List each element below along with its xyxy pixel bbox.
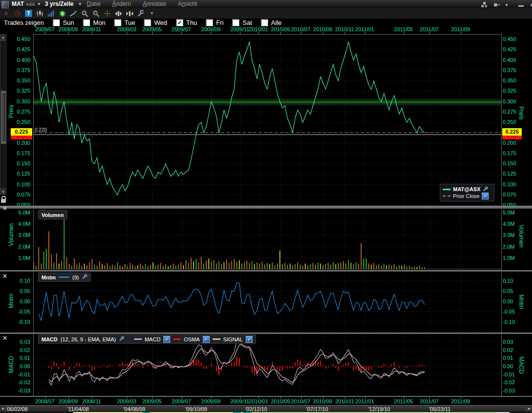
menu-annotate[interactable]: Annotate <box>143 0 166 7</box>
pin-icon[interactable] <box>493 1 501 9</box>
day-checkbox-mon[interactable] <box>83 19 90 26</box>
target-icon[interactable] <box>13 10 21 18</box>
settings-icon[interactable] <box>119 336 124 342</box>
lock-icon[interactable] <box>1 199 6 203</box>
exchange-label: ASX <box>26 2 35 7</box>
scrollbar-date: '04/08/09 <box>123 406 145 412</box>
scrollbar-date: 06/02/08 <box>7 406 28 412</box>
price-axis-tick: 0.425 <box>503 46 525 52</box>
day-item-sat: Sat <box>232 19 252 26</box>
menu-datei[interactable]: Datei <box>87 0 100 7</box>
crosshair-icon[interactable] <box>103 10 111 18</box>
date-tick-label: 2011/01 <box>350 398 379 404</box>
macd-params: (12, 26, 9 - EMA, EMA) <box>60 336 116 342</box>
volume-plot[interactable] <box>33 210 502 270</box>
timeframe-dropdown-icon[interactable]: ▼ <box>78 2 82 6</box>
last-price-tag-right: 0.225 <box>502 128 522 136</box>
volume-bars-icon[interactable] <box>47 10 55 18</box>
scrollbar-up-icon[interactable]: ▲ <box>0 35 6 40</box>
macd-panel-title: MACD <box>41 336 58 342</box>
collapse-horizontal-icon[interactable] <box>125 10 134 18</box>
day-checkbox-alle[interactable] <box>261 19 268 26</box>
date-tick-label: 2009/03 <box>112 398 141 404</box>
symbol-dropdown-icon[interactable]: ▼ <box>37 2 41 6</box>
zoom-out-icon[interactable] <box>92 10 100 18</box>
date-tick-label: 2010/05 <box>266 398 295 404</box>
dollar-icon[interactable]: $ <box>58 10 66 18</box>
menu-ansicht[interactable]: Ansicht <box>178 0 197 7</box>
volume-axis-title-right: Volumen <box>518 225 525 248</box>
mntm-axis-tick: 0.00 <box>0 298 30 304</box>
macd-panel-close-icon[interactable]: × <box>1 334 8 341</box>
price-legend: MAT@ASX Prior Close ✓ <box>440 184 494 201</box>
text-tool-icon[interactable]: T <box>24 10 33 18</box>
day-checkbox-tue[interactable] <box>114 19 121 26</box>
date-tick-label: 2010/11 <box>330 398 359 404</box>
wrench-icon[interactable] <box>137 10 145 18</box>
delete-icon[interactable]: × <box>2 10 10 18</box>
price-plot[interactable] <box>33 34 502 206</box>
date-tick-label: 2010/01 <box>244 26 273 32</box>
settings-icon[interactable] <box>82 274 87 280</box>
scroll-right-icon[interactable]: ► <box>526 406 532 412</box>
app-icon <box>1 1 9 8</box>
price-vertical-scrollbar[interactable]: ▲ ▼ <box>0 34 6 195</box>
cube-icon[interactable] <box>480 1 489 9</box>
date-tick-label: 2011/07 <box>414 26 444 32</box>
candlestick-icon[interactable] <box>36 10 44 18</box>
toolbar-dropdown-icon[interactable]: ▼ <box>148 10 156 18</box>
date-tick-label: 2008/09 <box>54 26 83 32</box>
title-bar[interactable]: MAT ASX ▼ 3 yrs/Zeile ▼ DateiÄndernAnnot… <box>0 0 532 9</box>
scrollbar-date: '11/04/08 <box>67 406 89 412</box>
volume-axis-tick: 4.0M <box>0 221 30 227</box>
osma-checkbox[interactable]: ✓ <box>203 336 210 343</box>
day-label: Sun <box>63 19 74 26</box>
trendline-icon[interactable] <box>69 10 78 18</box>
day-checkbox-sun[interactable] <box>53 19 60 26</box>
timeframe-label[interactable]: 3 yrs/Zeile <box>45 0 74 7</box>
scrollbar-date: '02/12/10 <box>245 406 267 412</box>
splitter-macd-axis[interactable] <box>0 396 532 397</box>
scrollbar-thumb[interactable] <box>1 91 6 144</box>
zoom-in-icon[interactable] <box>80 10 89 18</box>
symbol-label[interactable]: MAT <box>12 0 24 7</box>
macd-axis-tick: -0.03 <box>503 388 525 393</box>
day-label: Tue <box>124 19 135 26</box>
splitter-mntm-macd[interactable] <box>0 333 532 334</box>
macd-axis-tick: -0.03 <box>0 388 30 393</box>
volume-panel-close-icon[interactable]: × <box>1 205 8 212</box>
macd-legend-label: MACD <box>145 336 160 342</box>
minimize-button[interactable]: ▬ <box>517 2 525 8</box>
signal-checkbox[interactable]: ✓ <box>246 336 253 343</box>
day-checkbox-fri[interactable] <box>206 19 213 26</box>
menu-ndern[interactable]: Ändern <box>112 0 131 7</box>
titlebar-right-icons: ▼ ▬ ■ × <box>480 1 532 9</box>
day-checkbox-wed[interactable] <box>144 19 151 26</box>
price-axis-tick: 0.450 <box>503 36 525 42</box>
scrollbar-down-icon[interactable]: ▼ <box>0 189 6 195</box>
macd-axis-tick: 0.02 <box>0 347 30 353</box>
date-tick-label: 2009/07 <box>167 26 196 32</box>
day-checkbox-sat[interactable] <box>232 19 239 26</box>
splitter-price-volume[interactable] <box>0 206 532 209</box>
time-scrollbar[interactable]: ◄ ► 06/02/08'11/04/08'04/08/09'09/10/09'… <box>0 405 532 412</box>
prior-close-checkbox[interactable]: ✓ <box>482 193 489 199</box>
expand-horizontal-icon[interactable] <box>114 10 122 18</box>
signal-legend-label: SIGNAL <box>223 336 243 342</box>
scroll-left-icon[interactable]: ◄ <box>0 406 6 412</box>
momentum-panel-close-icon[interactable]: × <box>1 273 8 279</box>
date-tick-label: 2009/03 <box>112 26 141 32</box>
momentum-plot[interactable] <box>33 272 502 333</box>
maximize-button[interactable]: ■ <box>529 2 532 8</box>
price-axis-tick: 0.400 <box>503 57 525 63</box>
scrollbar-date: '07/17/10 <box>306 406 328 412</box>
date-tick-label: 2011/09 <box>446 398 475 404</box>
day-checkbox-thu[interactable]: ✓ <box>176 19 183 26</box>
splitter-volume-mntm[interactable] <box>0 270 532 272</box>
momentum-axis-title-right: Mntm <box>518 295 525 309</box>
mntm-axis-tick: -0.05 <box>503 309 525 315</box>
price-axis-tick: 0.100 <box>503 181 525 187</box>
menu-bar: DateiÄndernAnnotateAnsicht <box>87 0 197 7</box>
macd-checkbox[interactable]: ✓ <box>163 336 170 343</box>
pin-dropdown-icon[interactable]: ▼ <box>505 3 509 7</box>
